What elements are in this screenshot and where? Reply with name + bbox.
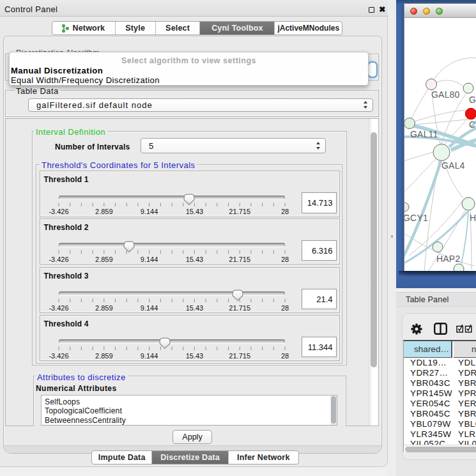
svg-text:GCY1: GCY1 xyxy=(404,213,428,223)
svg-text:GAL4: GAL4 xyxy=(441,160,465,171)
svg-text:C: C xyxy=(469,119,475,130)
svg-text:G.: G. xyxy=(469,95,476,105)
svg-text:H: H xyxy=(470,213,476,223)
svg-text:HAP2: HAP2 xyxy=(436,254,460,264)
svg-text:GAL80: GAL80 xyxy=(431,89,460,100)
svg-text:GAL11: GAL11 xyxy=(410,129,438,139)
